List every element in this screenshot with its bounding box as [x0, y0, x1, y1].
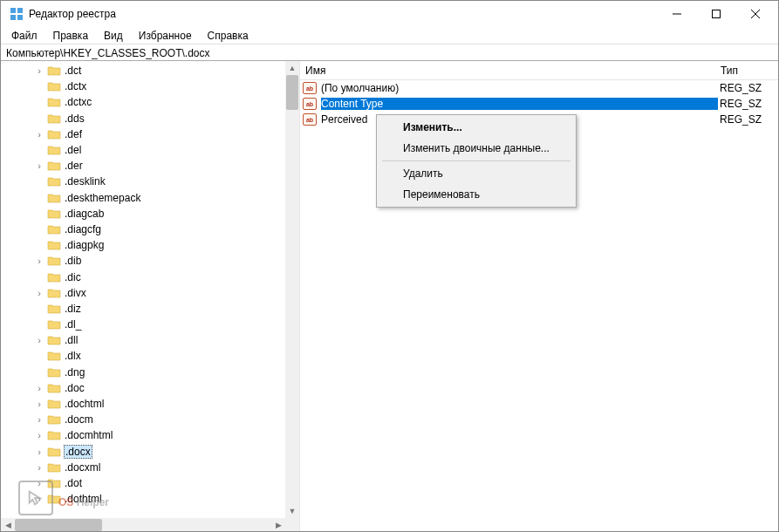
folder-icon — [47, 175, 61, 188]
tree-vertical-scrollbar[interactable]: ▲ ▼ — [285, 61, 299, 518]
expand-chevron-icon[interactable]: › — [34, 160, 44, 171]
value-type: REG_SZ — [718, 82, 762, 94]
scroll-left-arrow-icon[interactable]: ◀ — [1, 518, 15, 532]
tree-item[interactable]: ›.diagpkg — [1, 237, 285, 253]
minimize-button[interactable] — [657, 1, 696, 27]
tree-item[interactable]: ›.dng — [1, 365, 285, 380]
tree-item[interactable]: ›.diagcab — [1, 206, 285, 222]
expand-chevron-icon: › — [34, 319, 44, 330]
folder-icon — [47, 350, 61, 362]
context-rename[interactable]: Переименовать — [379, 184, 574, 205]
tree-item-label: .doc — [64, 382, 85, 394]
address-bar[interactable]: Компьютер\HKEY_CLASSES_ROOT\.docx — [1, 44, 778, 61]
scroll-track[interactable] — [15, 518, 271, 532]
column-name[interactable]: Имя — [300, 65, 717, 77]
expand-chevron-icon[interactable]: › — [34, 256, 44, 266]
tree-item[interactable]: ›.dic — [1, 269, 285, 284]
tree-item[interactable]: ›.docmhtml — [1, 427, 285, 443]
folder-icon — [47, 271, 61, 283]
tree-item[interactable]: ›.docxml — [1, 460, 285, 475]
folder-icon — [47, 113, 61, 125]
tree-view[interactable]: ›.dct›.dctx›.dctxc›.dds›.def›.del›.der›.… — [1, 61, 285, 518]
tree-item[interactable]: ›.der — [1, 158, 285, 174]
scroll-right-arrow-icon[interactable]: ▶ — [271, 518, 285, 532]
value-type: REG_SZ — [718, 98, 762, 110]
expand-chevron-icon: › — [34, 193, 44, 203]
tree-item[interactable]: ›.dlx — [1, 348, 285, 364]
folder-icon — [47, 65, 61, 77]
scroll-thumb[interactable] — [15, 519, 102, 531]
menu-favorites[interactable]: Избранное — [132, 28, 199, 44]
tree-item-label: .dctx — [64, 80, 86, 92]
maximize-button[interactable] — [696, 1, 735, 27]
scroll-track[interactable] — [285, 75, 299, 504]
expand-chevron-icon[interactable]: › — [34, 430, 44, 440]
tree-item[interactable]: ›.diz — [1, 301, 285, 317]
expand-chevron-icon[interactable]: › — [34, 383, 44, 393]
expand-chevron-icon[interactable]: › — [34, 462, 44, 473]
folder-icon — [47, 303, 61, 315]
expand-chevron-icon[interactable]: › — [34, 65, 44, 76]
expand-chevron-icon: › — [34, 272, 44, 283]
folder-icon — [47, 208, 61, 220]
tree-item[interactable]: ›.doc — [1, 380, 285, 396]
scroll-down-arrow-icon[interactable]: ▼ — [285, 504, 299, 518]
value-row[interactable]: ab(По умолчанию)REG_SZ — [300, 80, 778, 96]
folder-icon — [47, 366, 61, 379]
tree-item-label: .docx — [64, 445, 92, 459]
expand-chevron-icon: › — [34, 240, 44, 250]
tree-pane: ›.dct›.dctx›.dctxc›.dds›.def›.del›.der›.… — [1, 61, 300, 532]
svg-rect-0 — [10, 8, 16, 13]
tree-item[interactable]: ›.docx — [1, 444, 285, 460]
tree-item[interactable]: ›.dctx — [1, 78, 285, 94]
tree-item[interactable]: ›.dct — [1, 63, 285, 78]
context-modify[interactable]: Изменить... — [379, 117, 574, 138]
folder-icon — [47, 398, 61, 410]
context-delete[interactable]: Удалить — [379, 163, 574, 184]
tree-item[interactable]: ›.dctxc — [1, 94, 285, 110]
tree-item-label: .dct — [64, 65, 81, 77]
tree-item[interactable]: ›.dochtml — [1, 396, 285, 412]
scroll-thumb[interactable] — [286, 75, 298, 110]
tree-item-label: .diz — [64, 303, 81, 315]
tree-item[interactable]: ›.dds — [1, 111, 285, 126]
expand-chevron-icon[interactable]: › — [34, 399, 44, 409]
tree-item[interactable]: ›.deskthemepack — [1, 190, 285, 206]
scroll-up-arrow-icon[interactable]: ▲ — [285, 61, 299, 75]
close-button[interactable] — [735, 1, 775, 27]
tree-item[interactable]: ›.del — [1, 142, 285, 158]
expand-chevron-icon[interactable]: › — [34, 447, 44, 457]
svg-rect-2 — [10, 15, 16, 20]
tree-item[interactable]: ›.divx — [1, 285, 285, 301]
expand-chevron-icon[interactable]: › — [34, 129, 44, 140]
svg-rect-5 — [712, 10, 720, 18]
tree-item[interactable]: ›.dll — [1, 332, 285, 348]
expand-chevron-icon[interactable]: › — [34, 414, 44, 425]
tree-item[interactable]: ›.docm — [1, 412, 285, 427]
folder-icon — [47, 128, 61, 140]
folder-icon — [47, 334, 61, 346]
tree-item[interactable]: ›.dib — [1, 253, 285, 269]
tree-item-label: .desklink — [64, 175, 106, 188]
tree-item[interactable]: ›.diagcfg — [1, 222, 285, 237]
expand-chevron-icon: › — [34, 81, 44, 92]
tree-horizontal-scrollbar[interactable]: ◀ ▶ — [1, 518, 285, 532]
tree-item-label: .docmhtml — [64, 429, 113, 441]
expand-chevron-icon: › — [34, 224, 44, 235]
tree-item[interactable]: ›.desklink — [1, 174, 285, 189]
value-name: Content Type — [321, 98, 718, 110]
expand-chevron-icon[interactable]: › — [34, 288, 44, 298]
menu-file[interactable]: Файл — [4, 28, 44, 44]
menu-edit[interactable]: Правка — [46, 28, 96, 44]
value-row[interactable]: abContent TypeREG_SZ — [300, 96, 778, 112]
menu-help[interactable]: Справка — [201, 28, 256, 44]
column-type[interactable]: Тип — [717, 65, 778, 77]
context-modify-binary[interactable]: Изменить двоичные данные... — [379, 138, 574, 159]
folder-icon — [47, 287, 61, 299]
folder-icon — [47, 96, 61, 108]
tree-item[interactable]: ›.dl_ — [1, 317, 285, 332]
expand-chevron-icon[interactable]: › — [34, 335, 44, 345]
folder-icon — [47, 461, 61, 474]
menu-view[interactable]: Вид — [97, 28, 130, 44]
tree-item[interactable]: ›.def — [1, 126, 285, 142]
